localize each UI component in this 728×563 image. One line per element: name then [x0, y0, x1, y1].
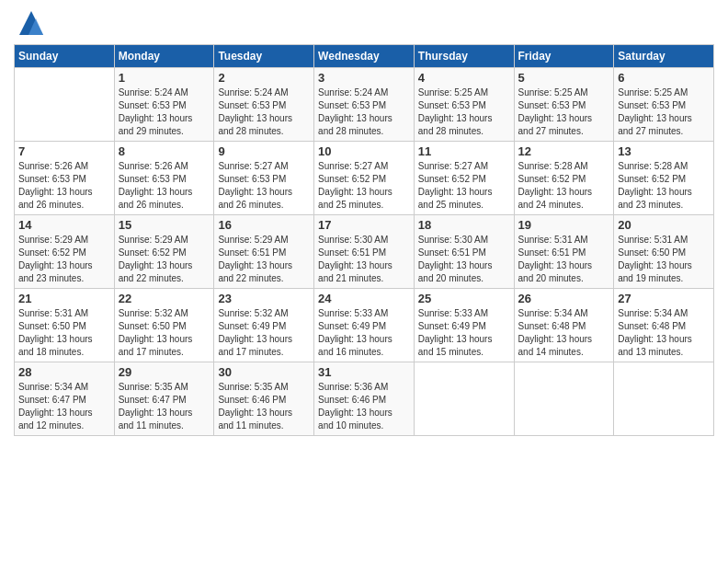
- day-number: 26: [518, 292, 610, 305]
- day-info: Sunrise: 5:34 AM Sunset: 6:47 PM Dayligh…: [18, 381, 110, 432]
- day-number: 7: [18, 144, 110, 158]
- week-row-2: 14Sunrise: 5:29 AM Sunset: 6:52 PM Dayli…: [15, 215, 714, 289]
- day-number: 10: [318, 144, 410, 158]
- day-cell: 12Sunrise: 5:28 AM Sunset: 6:52 PM Dayli…: [514, 142, 614, 215]
- day-info: Sunrise: 5:27 AM Sunset: 6:52 PM Dayligh…: [318, 160, 410, 212]
- day-number: 9: [218, 144, 310, 158]
- day-cell: 5Sunrise: 5:25 AM Sunset: 6:53 PM Daylig…: [514, 68, 614, 142]
- day-number: 6: [618, 71, 710, 85]
- day-number: 11: [418, 144, 510, 158]
- day-cell: 8Sunrise: 5:26 AM Sunset: 6:53 PM Daylig…: [114, 142, 214, 215]
- day-number: 3: [318, 71, 410, 85]
- day-cell: 9Sunrise: 5:27 AM Sunset: 6:53 PM Daylig…: [214, 142, 314, 215]
- day-number: 2: [218, 71, 310, 85]
- day-number: 24: [318, 292, 410, 305]
- logo: [14, 9, 45, 37]
- day-number: 22: [119, 292, 210, 305]
- day-cell: 17Sunrise: 5:30 AM Sunset: 6:51 PM Dayli…: [314, 215, 415, 289]
- day-info: Sunrise: 5:32 AM Sunset: 6:50 PM Dayligh…: [119, 307, 210, 359]
- header-thursday: Thursday: [414, 45, 514, 68]
- day-info: Sunrise: 5:35 AM Sunset: 6:47 PM Dayligh…: [119, 381, 210, 432]
- day-info: Sunrise: 5:33 AM Sunset: 6:49 PM Dayligh…: [318, 307, 410, 359]
- day-cell: 24Sunrise: 5:33 AM Sunset: 6:49 PM Dayli…: [314, 289, 415, 362]
- day-info: Sunrise: 5:24 AM Sunset: 6:53 PM Dayligh…: [119, 86, 210, 138]
- day-number: 18: [418, 218, 510, 232]
- day-info: Sunrise: 5:35 AM Sunset: 6:46 PM Dayligh…: [218, 381, 310, 432]
- day-cell: [15, 68, 115, 142]
- day-cell: 22Sunrise: 5:32 AM Sunset: 6:50 PM Dayli…: [114, 289, 214, 362]
- day-cell: 2Sunrise: 5:24 AM Sunset: 6:53 PM Daylig…: [214, 68, 314, 142]
- header-tuesday: Tuesday: [214, 45, 314, 68]
- day-cell: 21Sunrise: 5:31 AM Sunset: 6:50 PM Dayli…: [15, 289, 115, 362]
- day-info: Sunrise: 5:29 AM Sunset: 6:52 PM Dayligh…: [119, 234, 210, 285]
- day-number: 31: [318, 365, 410, 379]
- day-info: Sunrise: 5:27 AM Sunset: 6:53 PM Dayligh…: [218, 160, 310, 212]
- day-number: 28: [18, 365, 110, 379]
- day-info: Sunrise: 5:28 AM Sunset: 6:52 PM Dayligh…: [618, 160, 710, 212]
- day-cell: 16Sunrise: 5:29 AM Sunset: 6:51 PM Dayli…: [214, 215, 314, 289]
- day-cell: [514, 362, 614, 436]
- day-cell: 13Sunrise: 5:28 AM Sunset: 6:52 PM Dayli…: [614, 142, 714, 215]
- day-number: 25: [418, 292, 510, 305]
- day-info: Sunrise: 5:30 AM Sunset: 6:51 PM Dayligh…: [418, 234, 510, 285]
- day-number: 20: [618, 218, 710, 232]
- day-cell: 23Sunrise: 5:32 AM Sunset: 6:49 PM Dayli…: [214, 289, 314, 362]
- day-info: Sunrise: 5:29 AM Sunset: 6:51 PM Dayligh…: [218, 234, 310, 285]
- day-number: 13: [618, 144, 710, 158]
- day-number: 15: [119, 218, 210, 232]
- day-number: 12: [518, 144, 610, 158]
- day-number: 1: [119, 71, 210, 85]
- day-info: Sunrise: 5:31 AM Sunset: 6:50 PM Dayligh…: [618, 234, 710, 285]
- day-number: 21: [18, 292, 110, 305]
- day-number: 14: [18, 218, 110, 232]
- day-cell: 31Sunrise: 5:36 AM Sunset: 6:46 PM Dayli…: [314, 362, 415, 436]
- header-wednesday: Wednesday: [314, 45, 415, 68]
- day-cell: 20Sunrise: 5:31 AM Sunset: 6:50 PM Dayli…: [614, 215, 714, 289]
- day-number: 16: [218, 218, 310, 232]
- day-cell: 26Sunrise: 5:34 AM Sunset: 6:48 PM Dayli…: [514, 289, 614, 362]
- header-monday: Monday: [114, 45, 214, 68]
- day-info: Sunrise: 5:25 AM Sunset: 6:53 PM Dayligh…: [518, 86, 610, 138]
- day-number: 30: [218, 365, 310, 379]
- day-cell: 30Sunrise: 5:35 AM Sunset: 6:46 PM Dayli…: [214, 362, 314, 436]
- header-row: SundayMondayTuesdayWednesdayThursdayFrid…: [15, 45, 714, 68]
- day-info: Sunrise: 5:30 AM Sunset: 6:51 PM Dayligh…: [318, 234, 410, 285]
- day-cell: 29Sunrise: 5:35 AM Sunset: 6:47 PM Dayli…: [114, 362, 214, 436]
- day-cell: 11Sunrise: 5:27 AM Sunset: 6:52 PM Dayli…: [414, 142, 514, 215]
- day-info: Sunrise: 5:24 AM Sunset: 6:53 PM Dayligh…: [318, 86, 410, 138]
- day-info: Sunrise: 5:26 AM Sunset: 6:53 PM Dayligh…: [119, 160, 210, 212]
- day-info: Sunrise: 5:34 AM Sunset: 6:48 PM Dayligh…: [618, 307, 710, 359]
- day-cell: 19Sunrise: 5:31 AM Sunset: 6:51 PM Dayli…: [514, 215, 614, 289]
- day-cell: 14Sunrise: 5:29 AM Sunset: 6:52 PM Dayli…: [15, 215, 115, 289]
- day-cell: 1Sunrise: 5:24 AM Sunset: 6:53 PM Daylig…: [114, 68, 214, 142]
- day-cell: 4Sunrise: 5:25 AM Sunset: 6:53 PM Daylig…: [414, 68, 514, 142]
- week-row-0: 1Sunrise: 5:24 AM Sunset: 6:53 PM Daylig…: [15, 68, 714, 142]
- day-cell: 7Sunrise: 5:26 AM Sunset: 6:53 PM Daylig…: [15, 142, 115, 215]
- day-number: 19: [518, 218, 610, 232]
- day-cell: [414, 362, 514, 436]
- day-cell: [614, 362, 714, 436]
- day-info: Sunrise: 5:36 AM Sunset: 6:46 PM Dayligh…: [318, 381, 410, 432]
- day-info: Sunrise: 5:26 AM Sunset: 6:53 PM Dayligh…: [18, 160, 110, 212]
- day-number: 29: [119, 365, 210, 379]
- week-row-1: 7Sunrise: 5:26 AM Sunset: 6:53 PM Daylig…: [15, 142, 714, 215]
- week-row-4: 28Sunrise: 5:34 AM Sunset: 6:47 PM Dayli…: [15, 362, 714, 436]
- day-cell: 3Sunrise: 5:24 AM Sunset: 6:53 PM Daylig…: [314, 68, 415, 142]
- day-number: 5: [518, 71, 610, 85]
- day-info: Sunrise: 5:34 AM Sunset: 6:48 PM Dayligh…: [518, 307, 610, 359]
- day-info: Sunrise: 5:27 AM Sunset: 6:52 PM Dayligh…: [418, 160, 510, 212]
- calendar-table: SundayMondayTuesdayWednesdayThursdayFrid…: [14, 44, 714, 436]
- day-info: Sunrise: 5:31 AM Sunset: 6:50 PM Dayligh…: [18, 307, 110, 359]
- day-number: 27: [618, 292, 710, 305]
- day-cell: 18Sunrise: 5:30 AM Sunset: 6:51 PM Dayli…: [414, 215, 514, 289]
- header-friday: Friday: [514, 45, 614, 68]
- day-number: 4: [418, 71, 510, 85]
- day-cell: 28Sunrise: 5:34 AM Sunset: 6:47 PM Dayli…: [15, 362, 115, 436]
- day-info: Sunrise: 5:32 AM Sunset: 6:49 PM Dayligh…: [218, 307, 310, 359]
- header-saturday: Saturday: [614, 45, 714, 68]
- day-number: 17: [318, 218, 410, 232]
- day-cell: 27Sunrise: 5:34 AM Sunset: 6:48 PM Dayli…: [614, 289, 714, 362]
- day-info: Sunrise: 5:25 AM Sunset: 6:53 PM Dayligh…: [418, 86, 510, 138]
- day-cell: 25Sunrise: 5:33 AM Sunset: 6:49 PM Dayli…: [414, 289, 514, 362]
- week-row-3: 21Sunrise: 5:31 AM Sunset: 6:50 PM Dayli…: [15, 289, 714, 362]
